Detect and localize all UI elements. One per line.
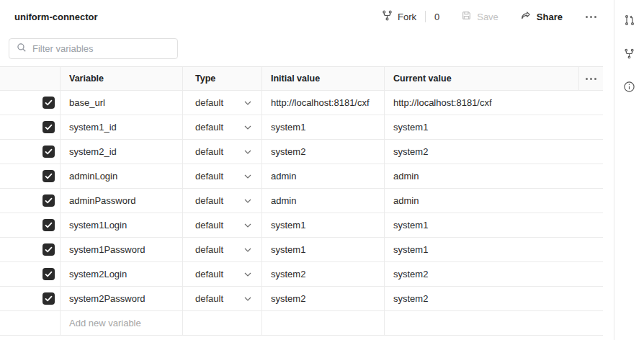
page-title: uniform-connector [14,12,98,22]
chevron-down-icon [244,101,251,105]
toolbar-divider [425,11,426,22]
type-value: default [195,146,223,157]
variable-name-cell[interactable]: system1Password [60,238,182,261]
type-value: default [195,244,223,255]
initial-value-cell[interactable]: system1 [261,213,384,237]
fork-count[interactable]: 0 [434,12,439,22]
row-checkbox[interactable] [43,121,55,133]
row-checkbox[interactable] [43,194,55,207]
table-body: base_url default http://localhost:8181/c… [0,91,603,311]
type-value: default [195,171,223,182]
row-checkbox[interactable] [43,292,55,305]
filter-variables-input[interactable] [32,43,171,54]
chevron-down-icon [244,223,251,228]
fork-icon [382,10,393,23]
share-icon [520,10,532,23]
current-value-cell[interactable]: admin [384,164,603,188]
column-options-icon[interactable] [578,67,603,90]
fork-icon[interactable] [620,44,639,63]
current-value-cell[interactable]: system2 [384,140,603,164]
variable-name-cell[interactable]: system1Login [60,213,182,237]
type-value: default [195,220,223,231]
variables-table: Variable Type Initial value Current valu… [0,66,603,336]
type-value: default [195,122,223,133]
type-select[interactable]: default [182,164,261,188]
row-checkbox[interactable] [43,146,55,158]
table-row: system1Login default system1 system1 [0,213,603,238]
type-value: default [195,97,223,108]
variable-name-cell[interactable]: system2_id [60,140,182,164]
type-value: default [195,269,223,279]
current-value-cell[interactable]: system2 [384,287,603,310]
info-icon[interactable] [620,77,639,96]
column-header-initial-value: Initial value [261,67,384,90]
initial-value-cell[interactable]: admin [261,164,384,188]
type-select[interactable]: default [182,238,261,261]
filter-variables-box [9,38,178,59]
add-variable-placeholder[interactable]: Add new variable [60,311,182,335]
save-icon [461,10,472,23]
current-value-cell[interactable]: system2 [384,262,603,286]
variable-name-cell[interactable]: system1_id [60,115,182,139]
type-select[interactable]: default [182,287,261,310]
fork-button[interactable]: Fork [382,10,416,23]
initial-value-cell[interactable]: admin [261,189,384,212]
initial-value-cell[interactable]: system2 [261,287,384,310]
variable-name-cell[interactable]: base_url [60,91,182,115]
row-checkbox[interactable] [43,219,55,231]
chevron-down-icon [244,125,251,130]
initial-value-cell[interactable]: http://localhost:8181/cxf [261,91,384,115]
checkmark-icon [45,246,53,253]
type-select[interactable]: default [182,115,261,139]
share-button[interactable]: Share [520,10,563,23]
variable-name-cell[interactable]: adminLogin [60,164,182,188]
checkmark-icon [45,271,53,277]
current-value-cell[interactable]: system1 [384,115,603,139]
column-header-variable: Variable [60,67,182,90]
variable-name-cell[interactable]: system2Login [60,262,182,286]
more-options-icon[interactable] [584,13,598,21]
row-checkbox[interactable] [43,97,55,109]
initial-value-cell[interactable]: system2 [261,140,384,164]
checkmark-icon [45,222,53,228]
environment-editor: uniform-connector Fork 0 [0,0,644,340]
row-checkbox[interactable] [43,243,55,256]
table-row: system2Login default system2 system2 [0,262,603,287]
type-select[interactable]: default [182,189,261,212]
column-header-current-value: Current value [384,67,578,90]
table-row: system2Password default system2 system2 [0,287,603,311]
table-row: base_url default http://localhost:8181/c… [0,91,603,115]
add-variable-row[interactable]: Add new variable [0,311,603,336]
pull-request-icon[interactable] [620,11,639,30]
table-row: system2_id default system2 system2 [0,140,603,164]
chevron-down-icon [244,297,251,301]
checkmark-icon [45,124,53,130]
save-button[interactable]: Save [461,10,498,23]
type-select[interactable]: default [182,262,261,286]
initial-value-cell[interactable]: system2 [261,262,384,286]
current-value-cell[interactable]: system1 [384,213,603,237]
current-value-cell[interactable]: admin [384,189,603,212]
type-select[interactable]: default [182,213,261,237]
main-panel: uniform-connector Fork 0 [0,0,614,340]
share-label: Share [537,12,563,22]
chevron-down-icon [244,150,251,154]
checkmark-icon [45,99,53,106]
initial-value-cell[interactable]: system1 [261,238,384,261]
table-header-row: Variable Type Initial value Current valu… [0,66,603,91]
type-select[interactable]: default [182,91,261,115]
topbar: uniform-connector Fork 0 [0,0,614,33]
row-checkbox[interactable] [43,268,55,280]
type-select[interactable]: default [182,140,261,164]
chevron-down-icon [244,199,251,203]
row-checkbox[interactable] [43,170,55,182]
initial-value-cell[interactable]: system1 [261,115,384,139]
variable-name-cell[interactable]: adminPassword [60,189,182,212]
table-row: system1Password default system1 system1 [0,238,603,262]
current-value-cell[interactable]: http://localhost:8181/cxf [384,91,603,115]
checkmark-icon [45,148,53,155]
variable-name-cell[interactable]: system2Password [60,287,182,310]
current-value-cell[interactable]: system1 [384,238,603,261]
chevron-down-icon [244,248,251,252]
fork-label: Fork [398,12,416,22]
